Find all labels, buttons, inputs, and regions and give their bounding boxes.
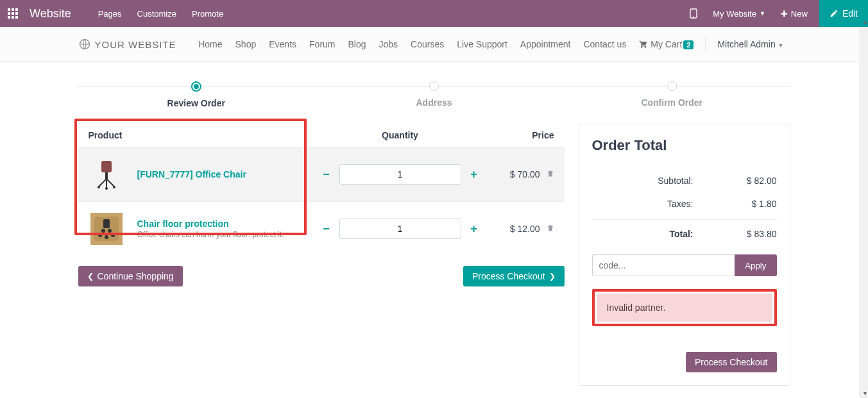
process-checkout-button-2[interactable]: Process Checkout: [686, 352, 777, 372]
subtotal-value: $ 82.00: [713, 176, 777, 186]
apps-icon[interactable]: [8, 8, 18, 19]
user-dropdown[interactable]: Mitchell Admin ▼: [711, 34, 790, 54]
svg-point-1: [693, 16, 694, 17]
remove-line-icon[interactable]: [547, 224, 554, 235]
svg-point-13: [98, 233, 102, 237]
remove-line-icon[interactable]: [547, 169, 554, 180]
svg-point-14: [105, 235, 108, 239]
qty-increase-button[interactable]: +: [469, 168, 479, 181]
nav-my-cart[interactable]: My Cart2: [633, 34, 700, 54]
globe-icon: [78, 38, 91, 51]
cart-table: Product Quantity Price [FURN_7777] Offic…: [78, 124, 565, 286]
qty-decrease-button[interactable]: −: [321, 168, 332, 181]
odoo-topbar: Website Pages Customize Promote My Websi…: [0, 0, 868, 27]
product-description: Office chairs can harm your floor: prote…: [137, 230, 317, 239]
qty-input[interactable]: [339, 219, 461, 239]
svg-point-17: [108, 229, 112, 233]
nav-blog[interactable]: Blog: [342, 34, 373, 54]
cart-line-item: [FURN_7777] Office Chair − + $ 70.00: [78, 147, 565, 201]
cart-count-badge: 2: [683, 40, 694, 49]
taxes-value: $ 1.80: [713, 199, 777, 209]
promo-code-input[interactable]: [592, 254, 735, 276]
website-navbar: YOUR WEBSITE Home Shop Events Forum Blog…: [0, 27, 868, 62]
wizard-step-confirm[interactable]: Confirm Order: [641, 81, 702, 108]
apply-promo-button[interactable]: Apply: [735, 254, 776, 276]
product-thumbnail: [89, 156, 124, 192]
total-value: $ 83.80: [713, 229, 777, 239]
svg-rect-4: [105, 172, 108, 179]
caret-down-icon: ▼: [778, 42, 784, 49]
scroll-up-arrow[interactable]: ▴: [864, 18, 867, 25]
error-alert: Invalid partner.: [597, 294, 772, 322]
topbar-link-promote[interactable]: Promote: [185, 4, 230, 24]
th-product: Product: [89, 130, 317, 140]
nav-events[interactable]: Events: [262, 34, 303, 54]
nav-courses[interactable]: Courses: [404, 34, 450, 54]
new-button[interactable]: ✚New: [774, 4, 814, 24]
taxes-label: Taxes:: [592, 199, 713, 209]
topbar-link-pages[interactable]: Pages: [92, 4, 128, 24]
chevron-right-icon: ❯: [549, 272, 556, 281]
nav-jobs[interactable]: Jobs: [373, 34, 405, 54]
nav-appointment[interactable]: Appointment: [514, 34, 577, 54]
product-name[interactable]: [FURN_7777] Office Chair: [137, 169, 317, 179]
checkout-wizard: Review Order Address Confirm Order: [78, 81, 790, 112]
svg-point-9: [113, 186, 115, 188]
annotation-highlight-error: Invalid partner.: [592, 289, 777, 326]
th-quantity: Quantity: [317, 130, 484, 140]
plus-icon: ✚: [781, 9, 788, 19]
cart-line-item: Chair floor protection Office chairs can…: [78, 201, 565, 256]
qty-input[interactable]: [339, 164, 461, 185]
total-label: Total:: [592, 229, 713, 239]
mobile-preview-icon[interactable]: [683, 3, 704, 24]
chevron-left-icon: ❮: [87, 272, 94, 281]
svg-rect-3: [101, 161, 112, 172]
svg-point-15: [111, 233, 115, 237]
app-brand: Website: [30, 7, 71, 21]
my-website-dropdown[interactable]: My Website ▼: [706, 4, 772, 24]
site-logo[interactable]: YOUR WEBSITE: [78, 38, 176, 51]
cart-icon: [639, 40, 648, 49]
qty-increase-button[interactable]: +: [469, 222, 479, 236]
nav-forum[interactable]: Forum: [303, 34, 341, 54]
svg-point-16: [101, 229, 105, 233]
order-total-box: Order Total Subtotal:$ 82.00 Taxes:$ 1.8…: [579, 124, 790, 386]
edit-button[interactable]: Edit: [819, 0, 868, 27]
line-price: $ 12.00: [510, 224, 540, 234]
order-total-title: Order Total: [592, 137, 777, 154]
caret-down-icon: ▼: [760, 10, 765, 17]
svg-point-8: [98, 186, 100, 188]
nav-live-support[interactable]: Live Support: [450, 34, 514, 54]
process-checkout-button[interactable]: Process Checkout❯: [463, 266, 565, 286]
continue-shopping-button[interactable]: ❮Continue Shopping: [78, 266, 183, 286]
product-thumbnail: [89, 211, 124, 247]
subtotal-label: Subtotal:: [592, 176, 713, 186]
svg-point-10: [105, 187, 108, 190]
nav-shop[interactable]: Shop: [229, 34, 263, 54]
product-name[interactable]: Chair floor protection: [137, 219, 317, 229]
th-price: Price: [484, 130, 554, 140]
wizard-step-review[interactable]: Review Order: [167, 81, 225, 108]
pencil-icon: [830, 9, 838, 18]
qty-decrease-button[interactable]: −: [321, 222, 332, 236]
svg-line-6: [106, 179, 114, 187]
line-price: $ 70.00: [510, 169, 540, 179]
nav-contact[interactable]: Contact us: [577, 34, 633, 54]
nav-home[interactable]: Home: [192, 34, 228, 54]
svg-line-5: [99, 179, 106, 187]
scrollbar[interactable]: ▴ ▾: [859, 27, 868, 386]
topbar-link-customize[interactable]: Customize: [131, 4, 183, 24]
svg-rect-18: [103, 219, 110, 228]
wizard-step-address[interactable]: Address: [416, 81, 452, 108]
